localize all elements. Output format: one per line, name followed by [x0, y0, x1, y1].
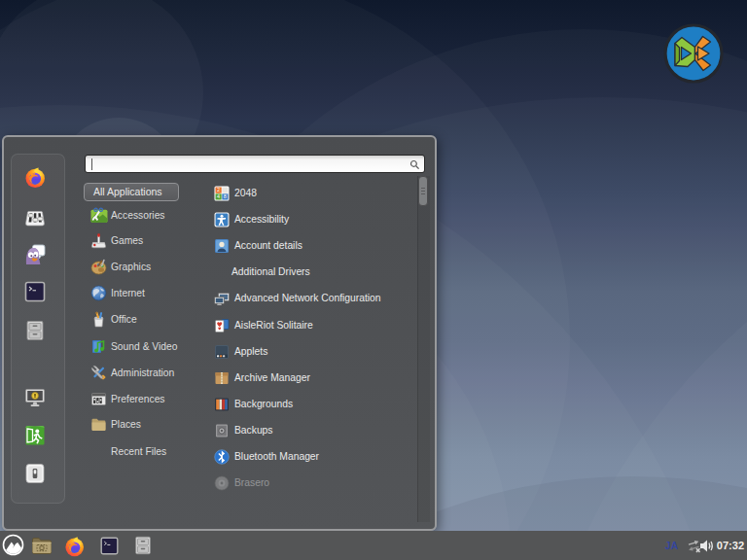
- svg-text:2: 2: [217, 187, 220, 192]
- svg-text:4: 4: [217, 193, 220, 199]
- svg-text:8: 8: [224, 193, 227, 199]
